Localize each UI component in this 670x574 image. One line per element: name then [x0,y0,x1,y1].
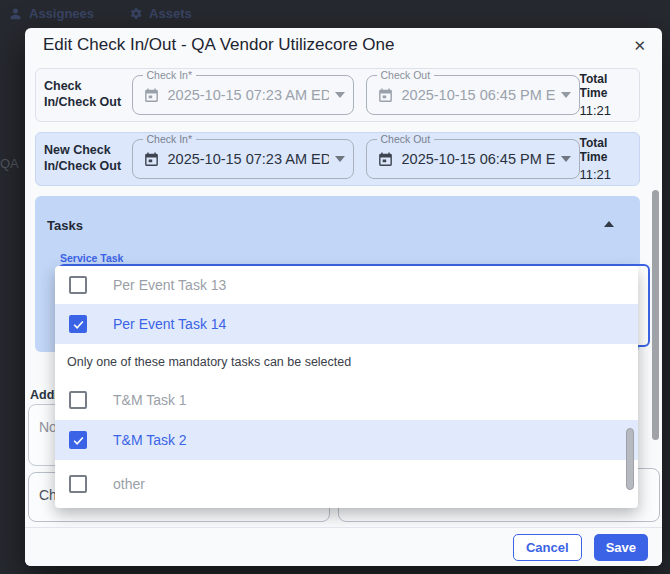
tab-assets-label: Assets [149,6,192,21]
cancel-button[interactable]: Cancel [513,534,582,561]
service-task-select-label: Service Task [60,252,123,264]
checkout-value: 2025-10-15 06:45 PM EDT [402,87,555,103]
dropdown-scrollbar[interactable] [626,428,634,490]
new-checkin-field-label: Check In* [143,133,197,145]
background-tab-bar: Assignees Assets [0,0,670,26]
checkbox-unchecked-icon[interactable] [69,391,87,409]
tab-assignees-label: Assignees [29,6,94,21]
total-time-label: Total Time [580,72,635,100]
option-other[interactable]: other [55,460,638,508]
mandatory-tasks-note: Only one of these mandatory tasks can be… [55,344,638,380]
total-time-value: 11:21 [580,103,635,118]
tasks-section-label: Tasks [47,218,83,233]
chevron-down-icon[interactable] [561,92,571,98]
option-per-event-task-13[interactable]: Per Event Task 13 [55,266,638,304]
option-tm-task-2[interactable]: T&M Task 2 [55,420,638,460]
checkout-field-label: Check Out [377,69,435,81]
option-label: T&M Task 2 [113,432,187,448]
new-checkout-field-label: Check Out [377,133,435,145]
option-label: T&M Task 1 [113,392,187,408]
collapse-section-icon[interactable] [604,221,614,227]
checkin-field[interactable]: Check In* 2025-10-15 07:23 AM EDT [132,75,354,115]
dialog-title: Edit Check In/Out - QA Vendor Utilizecor… [43,35,395,55]
checkinout-row: Check In/Check Out Check In* 2025-10-15 … [35,68,640,122]
checkout-field[interactable]: Check Out 2025-10-15 06:45 PM EDT [366,75,580,115]
background-clipped-text: QA [0,156,19,171]
new-total-time: Total Time 11:21 [580,136,635,182]
calendar-icon [143,87,160,104]
new-checkout-value: 2025-10-15 06:45 PM EDT [402,151,555,167]
total-time-value: 11:21 [580,167,635,182]
check-icon [72,434,85,447]
checkbox-checked-icon[interactable] [69,431,87,449]
calendar-icon [377,87,394,104]
chevron-down-icon[interactable] [335,156,345,162]
tab-assets[interactable]: Assets [128,6,192,21]
chevron-down-icon[interactable] [335,92,345,98]
new-checkin-field[interactable]: Check In* 2025-10-15 07:23 AM EDT [132,139,354,179]
total-time-label: Total Time [580,136,635,164]
checkin-value: 2025-10-15 07:23 AM EDT [168,87,329,103]
checkbox-checked-icon[interactable] [69,315,87,333]
new-checkinout-row: New Check In/Check Out Check In* 2025-10… [35,132,640,186]
option-tm-task-1[interactable]: T&M Task 1 [55,380,638,420]
new-checkout-field[interactable]: Check Out 2025-10-15 06:45 PM EDT [366,139,580,179]
option-label: other [113,476,145,492]
dialog-scrollbar[interactable] [652,190,659,440]
row-label: New Check In/Check Out [44,143,124,174]
check-icon [72,318,85,331]
calendar-icon [143,151,160,168]
gear-icon [128,6,143,21]
calendar-icon [377,151,394,168]
save-button[interactable]: Save [594,534,648,561]
close-icon[interactable]: ✕ [633,38,646,53]
checkbox-unchecked-icon[interactable] [69,276,87,294]
row-label: Check In/Check Out [44,79,124,110]
option-label: Per Event Task 14 [113,316,226,332]
new-checkin-value: 2025-10-15 07:23 AM EDT [168,151,329,167]
checkin-field-label: Check In* [143,69,197,81]
dialog-footer: Cancel Save [25,527,662,566]
dialog-header: Edit Check In/Out - QA Vendor Utilizecor… [25,28,662,62]
option-per-event-task-14[interactable]: Per Event Task 14 [55,304,638,344]
checkbox-unchecked-icon[interactable] [69,475,87,493]
tab-assignees[interactable]: Assignees [8,6,94,21]
person-icon [8,6,23,21]
edit-checkinout-dialog: Edit Check In/Out - QA Vendor Utilizecor… [25,28,662,566]
option-label: Per Event Task 13 [113,277,226,293]
chevron-down-icon[interactable] [561,156,571,162]
total-time: Total Time 11:21 [580,72,635,118]
service-task-dropdown: Per Event Task 13 Per Event Task 14 Only… [55,266,638,508]
